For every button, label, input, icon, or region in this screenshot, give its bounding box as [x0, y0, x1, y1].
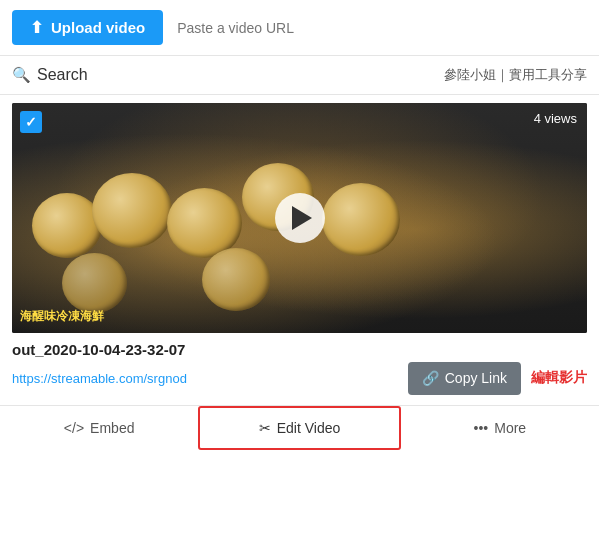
channel-name: 參陸小姐｜實用工具分享: [444, 66, 587, 84]
header: ⬆ Upload video: [0, 0, 599, 56]
scallop-6: [62, 253, 127, 313]
copy-link-label: Copy Link: [445, 370, 507, 387]
upload-button[interactable]: ⬆ Upload video: [12, 10, 163, 45]
edit-video-tab-label: Edit Video: [277, 420, 341, 436]
tab-edit-video[interactable]: ✂ Edit Video: [198, 406, 400, 450]
edit-video-label[interactable]: 編輯影片: [531, 369, 587, 387]
search-icon: 🔍: [12, 66, 31, 84]
search-label: Search: [37, 66, 88, 84]
video-meta: out_2020-10-04-23-32-07: [12, 341, 587, 358]
copy-link-icon: 🔗: [422, 370, 439, 387]
url-action-row: https://streamable.com/srgnod 🔗 Copy Lin…: [12, 362, 587, 395]
watermark-text: 海醒味冷凍海鮮: [20, 308, 104, 325]
video-thumbnail[interactable]: 4 views ✓ 海醒味冷凍海鮮: [12, 103, 587, 333]
more-icon: •••: [474, 420, 489, 436]
scissors-icon: ✂: [259, 420, 271, 436]
selected-checkbox[interactable]: ✓: [20, 111, 42, 133]
views-badge: 4 views: [534, 111, 577, 126]
scallop-1: [32, 193, 102, 258]
upload-label: Upload video: [51, 19, 145, 36]
tab-more[interactable]: ••• More: [401, 406, 599, 450]
upload-icon: ⬆: [30, 18, 43, 37]
video-card: 4 views ✓ 海醒味冷凍海鮮 out_2020-10-04-23-32-0…: [0, 95, 599, 395]
bottom-tabs: </> Embed ✂ Edit Video ••• More: [0, 405, 599, 450]
url-input[interactable]: [173, 12, 587, 44]
embed-icon: </>: [64, 420, 84, 436]
video-url-link[interactable]: https://streamable.com/srgnod: [12, 371, 187, 386]
scallop-2: [92, 173, 172, 248]
copy-link-button[interactable]: 🔗 Copy Link: [408, 362, 521, 395]
tab-embed[interactable]: </> Embed: [0, 406, 198, 450]
video-title: out_2020-10-04-23-32-07: [12, 341, 587, 358]
search-bar: 🔍 Search 參陸小姐｜實用工具分享: [0, 56, 599, 95]
play-button[interactable]: [275, 193, 325, 243]
embed-label: Embed: [90, 420, 134, 436]
more-label: More: [494, 420, 526, 436]
scallop-5: [322, 183, 400, 256]
scallop-7: [202, 248, 270, 311]
